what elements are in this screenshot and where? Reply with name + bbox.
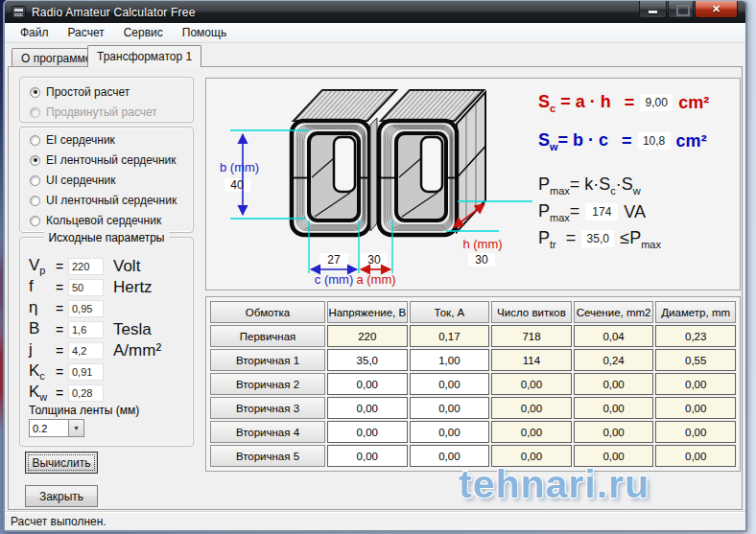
formula-sc: Sc = a · h = 9,00 cm² xyxy=(538,92,709,114)
radio-ei-core[interactable]: EI сердечник xyxy=(30,133,115,147)
radio-simple-calc[interactable]: Простой расчет xyxy=(30,85,130,99)
equals-sign: = xyxy=(56,343,69,359)
param-label: B xyxy=(29,319,56,339)
kw-input[interactable]: 0,28 xyxy=(69,385,103,401)
menu-help[interactable]: Помощь xyxy=(173,23,236,42)
dim-a-value: 30 xyxy=(367,253,381,267)
radio-selected-icon xyxy=(30,155,40,166)
menu-service[interactable]: Сервис xyxy=(114,23,173,42)
cell[interactable]: 0,04 xyxy=(574,325,654,347)
j-input[interactable]: 4,2 xyxy=(69,343,103,359)
tape-thickness-combobox[interactable]: 0.2 ▼ xyxy=(29,419,84,437)
cell[interactable]: 0,00 xyxy=(655,373,736,395)
window-controls: ✕ xyxy=(638,1,738,18)
cell[interactable]: 0,00 xyxy=(574,421,654,443)
col-header: Ток, А xyxy=(410,301,490,323)
b-input[interactable]: 1,6 xyxy=(69,322,103,337)
formula-ptr: Ptr = 35,0 ≤Pmax xyxy=(538,228,661,250)
cell[interactable]: 35,0 xyxy=(327,349,408,371)
menu-calculation[interactable]: Расчет xyxy=(59,23,114,42)
cell[interactable]: 0,00 xyxy=(327,421,408,443)
cell[interactable]: 220 xyxy=(327,325,408,347)
col-header: Число витков xyxy=(491,301,572,323)
param-row-f: f = 50 Hertz xyxy=(29,278,187,297)
cell[interactable]: 0,00 xyxy=(491,421,572,443)
cell[interactable]: 0,55 xyxy=(655,349,736,371)
titlebar: Radio Amateur Calculator Free ✕ xyxy=(5,1,745,23)
tape-thickness-label: Толщина ленты (мм) xyxy=(29,404,139,417)
radio-toroidal-core[interactable]: Кольцевой сердечник xyxy=(30,214,161,227)
param-row-kc: Kc = 0,91 xyxy=(29,362,187,382)
sw-value-field[interactable]: 10,8 xyxy=(638,132,671,150)
equals-sign: = xyxy=(56,322,69,337)
radio-label: Продвинутый расчет xyxy=(46,105,157,119)
eta-input[interactable]: 0,95 xyxy=(69,301,103,316)
tab-transformer-1[interactable]: Трансформатор 1 xyxy=(87,45,201,67)
parameters-group-title: Исходные параметры xyxy=(43,231,169,244)
cell[interactable]: 0,00 xyxy=(655,445,736,467)
vp-input[interactable]: 220 xyxy=(69,259,103,274)
calculate-button[interactable]: Вычислить xyxy=(25,452,98,474)
cell[interactable]: 0,00 xyxy=(410,373,490,395)
cell[interactable]: 0,00 xyxy=(655,421,736,443)
row-header: Первичная xyxy=(210,325,325,347)
dim-c-label: c (mm) xyxy=(315,272,353,287)
cell[interactable]: 114 xyxy=(491,349,572,371)
cell[interactable]: 0,24 xyxy=(574,349,654,371)
param-label: j xyxy=(29,340,56,360)
cell[interactable]: 0,00 xyxy=(327,397,408,419)
radio-icon xyxy=(30,175,40,186)
status-text: Расчет выполнен. xyxy=(11,515,106,528)
radio-ei-tape-core[interactable]: EI ленточный сердечник xyxy=(30,153,176,167)
param-label: Kc xyxy=(29,361,56,382)
cell[interactable]: 0,00 xyxy=(491,373,572,395)
formula-pmax: Pmax= k·Sc·Sw xyxy=(538,174,641,197)
row-header: Вторичная 4 xyxy=(210,421,325,443)
chevron-down-icon[interactable]: ▼ xyxy=(68,420,83,436)
menu-file[interactable]: Файл xyxy=(11,23,59,42)
radio-ui-core[interactable]: UI сердечник xyxy=(30,174,116,187)
table-row-primary: Первичная 220 0,17 718 0,04 0,23 xyxy=(210,325,736,347)
param-unit: Volt xyxy=(113,257,140,276)
windings-table: Обмотка Напряжение, В Ток, А Число витко… xyxy=(208,299,738,469)
cell[interactable]: 0,23 xyxy=(655,325,736,347)
f-input[interactable]: 50 xyxy=(69,280,103,295)
radio-ui-tape-core[interactable]: UI ленточный сердечник xyxy=(30,194,177,207)
row-header: Вторичная 2 xyxy=(210,373,325,395)
table-row-secondary-4: Вторичная 4 0,00 0,00 0,00 0,00 0,00 xyxy=(210,421,736,443)
sc-unit: cm² xyxy=(678,93,709,113)
cell[interactable]: 0,00 xyxy=(327,373,408,395)
table-row-secondary-3: Вторичная 3 0,00 0,00 0,00 0,00 0,00 xyxy=(210,397,736,419)
param-row-kw: Kw = 0,28 xyxy=(29,383,187,403)
param-unit: Tesla xyxy=(113,320,152,339)
close-button[interactable]: ✕ xyxy=(695,1,738,18)
param-label: f xyxy=(29,277,56,297)
radio-label: UI ленточный сердечник xyxy=(46,194,177,207)
table-row-secondary-2: Вторичная 2 0,00 0,00 0,00 0,00 0,00 xyxy=(210,373,736,395)
kc-input[interactable]: 0,91 xyxy=(69,364,103,380)
cell[interactable]: 0,00 xyxy=(574,397,654,419)
col-header: Напряжение, В xyxy=(327,301,408,323)
cell[interactable]: 718 xyxy=(491,325,572,347)
cell[interactable]: 0,17 xyxy=(410,325,490,347)
sc-value-field[interactable]: 9,00 xyxy=(640,94,673,111)
equals-sign: = xyxy=(56,280,69,295)
formula-sw: Sw= b · c = 10,8 cm² xyxy=(538,130,707,152)
cell[interactable]: 0,00 xyxy=(655,397,736,419)
ptr-input-field[interactable]: 35,0 xyxy=(581,230,614,247)
minimize-button[interactable] xyxy=(639,1,667,18)
equals-sign: = xyxy=(56,385,69,401)
close-form-button[interactable]: Закрыть xyxy=(25,485,98,507)
cell[interactable]: 0,00 xyxy=(491,397,572,419)
app-window: Radio Amateur Calculator Free ✕ Файл Рас… xyxy=(3,0,747,532)
cell[interactable]: 0,00 xyxy=(574,373,654,395)
radio-icon xyxy=(30,216,40,226)
cell[interactable]: 0,00 xyxy=(410,421,490,443)
dim-b-value: 40 xyxy=(230,178,244,192)
radio-label: EI ленточный сердечник xyxy=(46,153,176,167)
cell[interactable]: 0,00 xyxy=(327,445,408,467)
pmax-unit: VA xyxy=(624,202,646,222)
equals-sign: = xyxy=(56,364,69,380)
cell[interactable]: 1,00 xyxy=(410,349,490,371)
cell[interactable]: 0,00 xyxy=(410,397,490,419)
